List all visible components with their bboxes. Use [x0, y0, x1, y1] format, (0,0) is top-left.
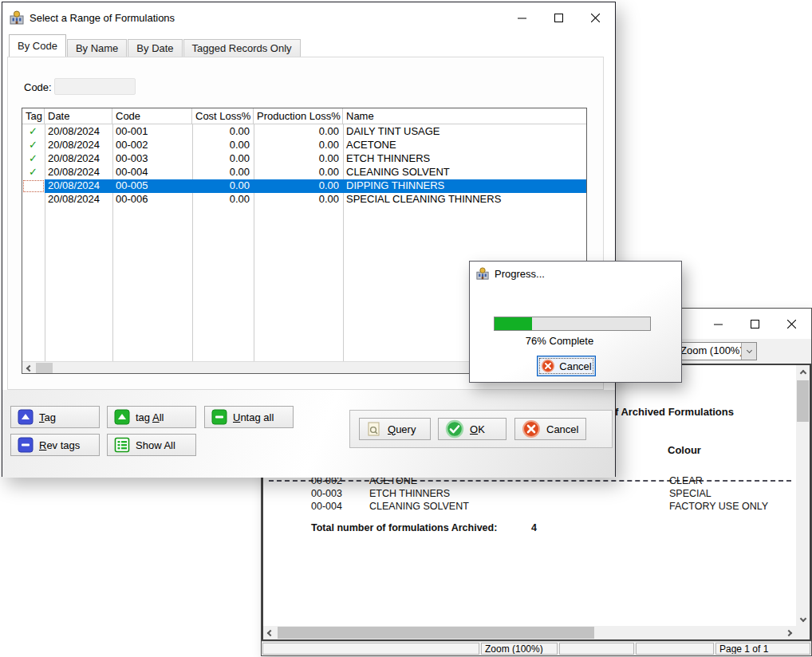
cancel-button[interactable]: Cancel	[514, 418, 586, 440]
table-scrollbar-thumb[interactable]	[36, 363, 53, 373]
select-range-dialog: Select a Range of Formulations By Code B…	[2, 2, 616, 477]
untag-all-icon	[211, 409, 227, 425]
column-header-date[interactable]: Date	[45, 108, 112, 124]
column-header-name[interactable]: Name	[343, 108, 586, 124]
production-cell: 0.00	[254, 193, 343, 207]
report-row-colour: CLEAR	[669, 475, 703, 486]
tag-icon	[18, 409, 34, 425]
app-icon	[476, 267, 489, 280]
table-row[interactable]: 20/08/2024 00-006 0.00 0.00 SPECIAL CLEA…	[22, 193, 586, 207]
progress-title: Progress...	[495, 268, 545, 280]
scroll-left-button[interactable]	[22, 362, 35, 374]
status-cell-page: Page 1 of 1	[715, 643, 810, 655]
production-cell: 0.00	[254, 139, 343, 152]
progress-percent-label: 76% Complete	[470, 335, 649, 347]
zoom-combobox[interactable]: Zoom (100%)	[677, 342, 757, 360]
date-cell: 20/08/2024	[45, 152, 112, 166]
close-icon	[591, 14, 600, 22]
ok-icon	[445, 419, 464, 439]
progress-cancel-label: Cancel	[559, 360, 591, 372]
report-row: 00-004 CLEANING SOLVENT FACTORY USE ONLY	[311, 501, 796, 513]
chevron-down-icon	[799, 615, 806, 621]
column-header-code[interactable]: Code	[112, 108, 192, 124]
show-all-button[interactable]: Show All	[107, 434, 196, 456]
cost-cell: 0.00	[192, 139, 254, 152]
progress-cancel-button[interactable]: Cancel	[537, 356, 596, 376]
code-input[interactable]	[54, 78, 136, 95]
table-row-selected[interactable]: 20/08/2024 00-005 0.00 0.00 DIPPING THIN…	[22, 179, 586, 193]
maximize-button[interactable]	[540, 4, 577, 31]
report-statusbar: Zoom (100%) Page 1 of 1	[262, 641, 811, 655]
column-header-cost-loss[interactable]: Cost Loss%	[192, 108, 254, 124]
table-row[interactable]: ✓ 20/08/2024 00-003 0.00 0.00 ETCH THINN…	[22, 152, 586, 166]
close-button[interactable]	[773, 310, 810, 337]
code-cell: 00-006	[112, 193, 192, 207]
minimize-button[interactable]	[503, 4, 540, 31]
name-cell: DIPPING THINNERS	[343, 179, 586, 193]
vertical-scrollbar-thumb[interactable]	[797, 380, 809, 422]
tab-by-code[interactable]: By Code	[9, 34, 66, 57]
show-all-icon	[114, 437, 130, 453]
date-cell: 20/08/2024	[45, 193, 112, 207]
close-button[interactable]	[577, 4, 613, 31]
chevron-left-icon	[26, 364, 33, 371]
minimize-icon	[714, 320, 723, 328]
scroll-right-button[interactable]	[783, 626, 796, 639]
dialog-title: Select a Range of Formulations	[30, 12, 175, 24]
report-heading: of Archived Formulations	[609, 406, 734, 418]
name-cell: DAILY TINT USAGE	[343, 125, 586, 139]
report-colour-heading: Colour	[668, 444, 701, 456]
date-cell: 20/08/2024	[45, 125, 112, 139]
tag-check-cell	[22, 179, 45, 193]
code-cell: 00-005	[112, 179, 192, 193]
table-row[interactable]: ✓ 20/08/2024 00-002 0.00 0.00 ACETONE	[22, 139, 586, 152]
untag-all-button[interactable]: Untag all	[204, 406, 294, 428]
tag-button-label: Tag	[39, 411, 56, 423]
name-cell: CLEANING SOLVENT	[343, 166, 586, 179]
cancel-button-label: Cancel	[546, 423, 578, 435]
scroll-up-button[interactable]	[796, 365, 810, 379]
tag-check-cell: ✓	[22, 166, 45, 179]
scroll-down-button[interactable]	[796, 612, 810, 626]
chevron-left-icon	[267, 629, 274, 635]
name-cell: ACETONE	[343, 139, 586, 152]
table-row[interactable]: ✓ 20/08/2024 00-001 0.00 0.00 DAILY TINT…	[22, 125, 586, 139]
cancel-icon	[522, 419, 541, 439]
code-label: Code:	[24, 81, 52, 93]
dialog-caption-buttons	[503, 4, 613, 31]
action-panel: Query OK Cancel	[349, 410, 613, 448]
tag-all-button[interactable]: tag All	[107, 406, 196, 428]
progress-bar-fill	[495, 317, 532, 330]
code-cell: 00-004	[112, 166, 192, 179]
minimize-button[interactable]	[700, 310, 736, 337]
report-total-value: 4	[531, 522, 537, 533]
scroll-left-button[interactable]	[263, 626, 276, 639]
tab-by-name[interactable]: By Name	[67, 39, 127, 57]
combo-dropdown-button[interactable]	[741, 343, 756, 360]
horizontal-scrollbar[interactable]	[263, 626, 796, 639]
production-cell: 0.00	[254, 166, 343, 179]
rev-tags-button-label: Rev tags	[39, 439, 80, 451]
tab-tagged-records-only[interactable]: Tagged Records Only	[183, 39, 301, 57]
horizontal-scrollbar-thumb[interactable]	[278, 627, 594, 639]
report-row: 00-003 ETCH THINNERS SPECIAL	[311, 488, 796, 500]
maximize-button[interactable]	[736, 310, 773, 337]
column-header-production-loss[interactable]: Production Loss%	[254, 108, 343, 124]
rev-tags-button[interactable]: Rev tags	[10, 434, 100, 456]
app-icon	[10, 10, 24, 25]
report-row-code: 00-004	[311, 501, 342, 512]
code-cell: 00-003	[112, 152, 192, 166]
vertical-scrollbar[interactable]	[796, 365, 810, 626]
column-header-tag[interactable]: Tag	[22, 108, 45, 124]
report-total-row: Total number of formulations Archived: 4	[311, 522, 796, 534]
table-header: Tag Date Code Cost Loss% Production Loss…	[22, 108, 586, 124]
query-button[interactable]: Query	[359, 418, 431, 440]
production-cell: 0.00	[254, 125, 343, 139]
status-cell	[636, 643, 714, 655]
table-row[interactable]: ✓ 20/08/2024 00-004 0.00 0.00 CLEANING S…	[22, 166, 586, 179]
report-row-colour: SPECIAL	[669, 488, 711, 499]
tag-button[interactable]: Tag	[10, 406, 100, 428]
ok-button[interactable]: OK	[438, 418, 507, 440]
tab-by-date[interactable]: By Date	[128, 39, 182, 57]
tabstrip: By Code By Name By Date Tagged Records O…	[9, 34, 302, 57]
